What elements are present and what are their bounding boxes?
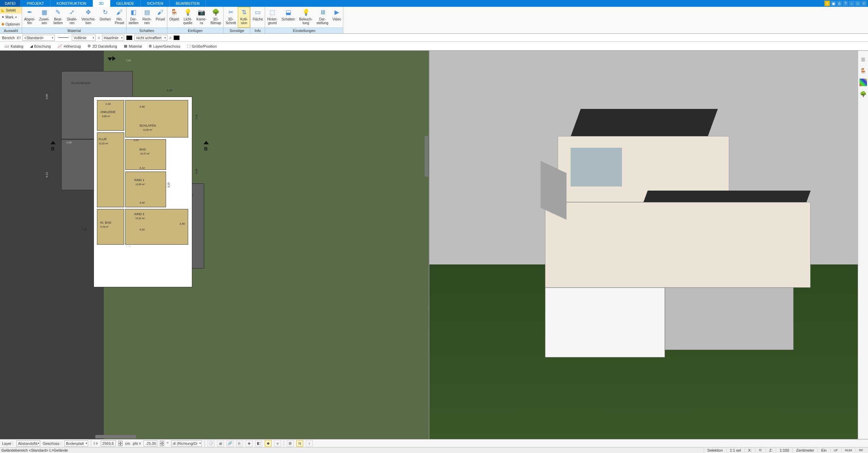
color-swatch-1[interactable]	[126, 35, 132, 40]
flaeche-icon: ▭	[253, 8, 262, 16]
ribbon-darstellen-button[interactable]: ◧Dar- stellen	[127, 7, 141, 28]
dim-text: 2,26	[105, 102, 111, 106]
length-input[interactable]: 2569,6	[101, 440, 116, 447]
rechnen-icon: ▤	[143, 8, 151, 16]
layer-select[interactable]: Abstandsflä▾	[16, 440, 40, 447]
furniture-icon[interactable]: 🪑	[859, 67, 867, 75]
ribbon-darstellung-button[interactable]: 🖥Dar- stellung	[314, 7, 330, 28]
lineweight-select[interactable]: Haarlinie	[102, 35, 124, 41]
hin-pinsel-icon: 🖌	[115, 8, 124, 16]
tab-sichten[interactable]: SICHTEN	[141, 0, 169, 7]
ribbon-drehen-button[interactable]: ↻Drehen	[98, 7, 113, 28]
ribbon-kollision-button[interactable]: ⇅Kolli- sion	[238, 7, 250, 28]
bereich-icon: 🏷	[17, 36, 20, 40]
phi-label: phi =	[133, 441, 141, 446]
bereich-select[interactable]: <Standard>	[22, 35, 55, 41]
ribbon-verschieben-button[interactable]: ✥Verschie- ben	[79, 7, 98, 28]
highlight-icon[interactable]: ◆	[265, 440, 272, 447]
layers-icon[interactable]: ≣	[859, 55, 867, 63]
tab-projekt[interactable]: PROJEKT	[21, 0, 51, 7]
tool-icon[interactable]: ⎙	[837, 1, 842, 6]
ribbon-skalieren-button[interactable]: ⤢Skalie- ren	[65, 7, 80, 28]
2d-viewport[interactable]: FLACHDACH TERRASSE EF=29,46 m² ANKLEIDE …	[0, 51, 429, 439]
tab-gelaende[interactable]: GELÄNDE	[110, 0, 141, 7]
dim-text: 4,02	[140, 201, 145, 204]
palette-icon[interactable]: .	[859, 79, 867, 86]
screen-icon[interactable]: 🖥	[217, 440, 224, 447]
toolbar-hoehenzug-button[interactable]: 📈Höhenzug	[54, 43, 84, 50]
tab-3d[interactable]: 3D	[93, 0, 110, 7]
linestyle-select[interactable]: Volllinie	[72, 35, 96, 41]
mark-tool-button[interactable]: ✦Mark.▾	[0, 14, 22, 20]
geschoss-select[interactable]: Bodenplatt▾	[64, 440, 88, 447]
link-icon[interactable]: 🔗	[227, 440, 233, 447]
hatch-value: nicht schraffiert	[136, 36, 161, 40]
tab-konstruktion[interactable]: KONSTRUKTION	[50, 0, 93, 7]
hatch-select[interactable]: nicht schraffiert	[134, 35, 167, 41]
tool-icon[interactable]: ▣	[831, 1, 836, 6]
tab-bearbeiten[interactable]: BEARBEITEN	[170, 0, 206, 7]
group-title: Einstellungen	[265, 28, 343, 33]
bereich-value: <Standard>	[24, 36, 44, 40]
ribbon-hintergrund-button[interactable]: ⬚Hinter- grund	[265, 7, 279, 28]
phi-spinner[interactable]: ▲▼	[160, 441, 164, 446]
ribbon-beleuchtung-button[interactable]: 💡Beleuch- tung	[297, 7, 314, 28]
toolbar-groesseposition-button[interactable]: ⬚Größe/Position	[184, 43, 220, 50]
ribbon-group-einfuegen: 🪑Objekt💡Licht- quelle📷Kame- ra🌳3D- Bitma…	[167, 7, 224, 33]
toolbar-katalog-button[interactable]: 📖Katalog	[1, 43, 26, 50]
close-button[interactable]: ×	[861, 1, 867, 6]
toolbar-2ddarstellung-button[interactable]: ⚙2D Darstellung	[84, 43, 120, 50]
ribbon-objekt-button[interactable]: 🪑Objekt	[167, 7, 181, 28]
phi-input[interactable]: -25,05	[144, 440, 157, 447]
hintergrund-icon: ⬚	[268, 8, 276, 16]
length-spinner[interactable]: ▲▼	[118, 441, 122, 446]
ribbon-3dschnitt-button[interactable]: ✂3D- Schnitt	[224, 7, 238, 28]
toolbar-layergeschoss-button[interactable]: ≣Layer/Geschoss	[146, 43, 183, 50]
ribbon-hin-pinsel-button[interactable]: 🖌Hin. Pinsel	[113, 7, 126, 28]
minimize-button[interactable]: –	[849, 1, 854, 6]
ribbon-lichtquelle-button[interactable]: 💡Licht- quelle	[181, 7, 195, 28]
tree-icon[interactable]: 🌳	[859, 90, 867, 98]
grid-icon[interactable]: ⊞	[287, 440, 294, 447]
tab-file[interactable]: DATEI	[0, 0, 21, 7]
toolbar-material-button[interactable]: ▦Material	[121, 43, 145, 50]
ribbon-video-button[interactable]: ▶Video	[330, 7, 343, 28]
ribbon-pinsel-button[interactable]: 🖌Pinsel	[153, 7, 167, 28]
ribbon-rechnen-button[interactable]: ▤Rech- nen	[141, 7, 154, 28]
horizontal-scrollbar[interactable]	[95, 435, 136, 438]
3d-viewport[interactable]	[429, 51, 858, 439]
ribbon-schatten-button[interactable]: ⬓Schatten	[279, 7, 297, 28]
dl-select[interactable]: dl (Richtung/Di▾	[171, 440, 202, 447]
copy-icon[interactable]: ⎘	[236, 440, 243, 447]
diamond-icon[interactable]: ◈	[246, 440, 252, 447]
vertical-scrollbar[interactable]	[425, 136, 428, 177]
clock-icon[interactable]: 🕓	[208, 440, 214, 447]
stack-icon[interactable]: ≡	[274, 440, 281, 447]
arrow-icon: >	[169, 36, 171, 40]
ribbon-button-label: Objekt	[169, 17, 179, 21]
snap-n-icon[interactable]: N	[296, 440, 303, 447]
lineweight-value: Haarlinie	[104, 36, 118, 40]
ribbon-abgreifen-button[interactable]: ✒Abgrei- fen	[22, 7, 37, 28]
room-area: 12,66 m²	[143, 128, 152, 132]
ribbon-3dbitmap-button[interactable]: 🌳3D- Bitmap	[209, 7, 223, 28]
info-icon[interactable]: i	[306, 440, 313, 447]
help-icon[interactable]: ?	[843, 1, 848, 6]
tool-icon[interactable]: ✕	[824, 1, 830, 6]
color-swatch-2[interactable]	[174, 35, 180, 40]
toolbar-boeschung-button[interactable]: ◢Böschung	[27, 43, 54, 50]
options-button[interactable]: ✚Optionen	[0, 21, 22, 28]
status-ratio: 1:1 sel	[726, 448, 744, 452]
maximize-button[interactable]: □	[855, 1, 861, 6]
ribbon-kamera-button[interactable]: 📷Kame- ra	[194, 7, 208, 28]
group-title: Material	[22, 28, 126, 33]
section-mark-left: B	[51, 146, 54, 151]
layers2-icon[interactable]: ◧	[255, 440, 262, 447]
select-tool-button[interactable]: Selekt	[0, 7, 22, 14]
ribbon-bearbeiten-button[interactable]: ✎Bear- beiten	[51, 7, 65, 28]
ribbon-button-label: Video	[332, 17, 341, 21]
layergeschoss-icon: ≣	[149, 44, 152, 48]
beleuchtung-icon: 💡	[302, 8, 310, 16]
ribbon-zuweisen-button[interactable]: ▦Zuwei- sen	[37, 7, 51, 28]
ribbon-flaeche-button[interactable]: ▭Fläche	[250, 7, 265, 28]
